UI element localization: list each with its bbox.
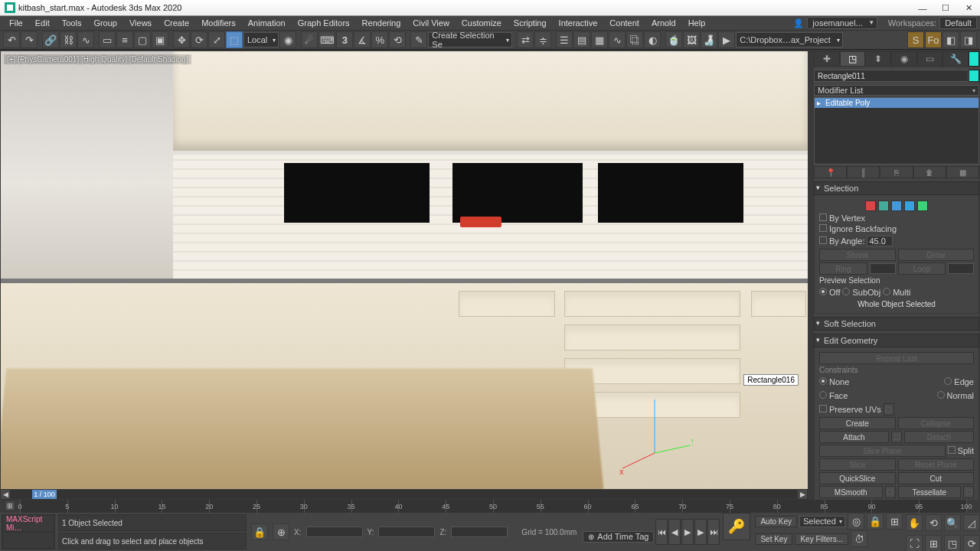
pan-view-button[interactable]: ✋ — [906, 514, 923, 531]
selection-rollout-header[interactable]: Selection — [814, 181, 979, 195]
spinner-snap-button[interactable]: ⟲ — [389, 31, 406, 48]
utilities-tab[interactable]: 🔧 — [942, 51, 969, 67]
border-subobj-button[interactable] — [891, 201, 902, 211]
forest-pack-button[interactable]: Fo — [925, 31, 942, 48]
quickslice-button[interactable]: QuickSlice — [819, 472, 896, 484]
fov-button[interactable]: ◿ — [963, 514, 980, 531]
next-frame-button[interactable]: ▶ — [694, 519, 707, 545]
isolate-selection-button[interactable]: ◎ — [848, 513, 864, 530]
zoom-button[interactable]: 🔍 — [944, 514, 961, 531]
ref-coord-system[interactable]: Local — [243, 32, 279, 47]
menu-help[interactable]: Help — [682, 16, 712, 30]
bind-spacewarp-button[interactable]: ∿ — [77, 31, 94, 48]
add-time-tag-button[interactable]: ⊕ Add Time Tag — [583, 531, 654, 543]
maximize-button[interactable]: ☐ — [934, 0, 957, 16]
goto-end-button[interactable]: ⏭ — [707, 519, 720, 545]
select-rotate-button[interactable]: ⟳ — [191, 31, 207, 48]
select-scale-button[interactable]: ⤢ — [208, 31, 225, 48]
select-move-button[interactable]: ✥ — [173, 31, 190, 48]
time-config-button[interactable]: ⏱ — [851, 530, 867, 547]
remove-modifier-button[interactable]: 🗑 — [913, 166, 946, 178]
set-key-button[interactable]: Set Key — [755, 533, 792, 545]
cut-button[interactable]: Cut — [898, 472, 975, 484]
orbit-button[interactable]: ⟲ — [925, 514, 942, 531]
workspace-selector[interactable]: Default — [939, 17, 977, 29]
window-crossing-button[interactable]: ▣ — [152, 31, 168, 48]
undo-button[interactable]: ↶ — [3, 31, 20, 48]
menu-animation[interactable]: Animation — [242, 16, 292, 30]
modify-tab[interactable]: ◳ — [840, 51, 866, 67]
user-account-menu[interactable]: josemanuel... — [807, 17, 877, 29]
named-selection-set[interactable]: Create Selection Se — [428, 32, 512, 47]
maxscript-mini-listener[interactable]: MAXScript Mi… — [2, 514, 55, 549]
menu-group[interactable]: Group — [87, 16, 123, 30]
menu-content[interactable]: Content — [603, 16, 645, 30]
make-unique-button[interactable]: ⎘ — [880, 166, 913, 178]
hierarchy-tab[interactable]: ⬍ — [865, 51, 891, 67]
goto-start-button[interactable]: ⏮ — [655, 519, 668, 545]
next-key-button[interactable]: ▶ — [797, 489, 808, 500]
unlink-button[interactable]: ⛓ — [60, 31, 77, 48]
tessellate-button[interactable]: Tessellate — [898, 486, 962, 498]
object-name-field[interactable] — [814, 70, 969, 82]
select-object-button[interactable]: ▭ — [99, 31, 116, 48]
toggle-scene-explorer-button[interactable]: ☰ — [556, 31, 573, 48]
toggle-layer-explorer-button[interactable]: ▤ — [573, 31, 590, 48]
curve-editor-button[interactable]: ∿ — [609, 31, 626, 48]
select-manipulate-button[interactable]: ☄ — [301, 31, 318, 48]
orbit-subobj-button[interactable]: ⟳ — [963, 535, 980, 551]
prev-frame-button[interactable]: ◀ — [668, 519, 681, 545]
render-iterative-button[interactable]: ▶ — [718, 31, 735, 48]
modifier-stack[interactable]: Editable Poly — [814, 97, 979, 165]
lock-selection-button[interactable]: 🔒 — [251, 523, 268, 540]
material-editor-button[interactable]: ◐ — [644, 31, 661, 48]
timeline-config-button[interactable]: ⊞ — [5, 500, 15, 511]
menu-graph-editors[interactable]: Graph Editors — [292, 16, 356, 30]
attach-button[interactable]: Attach — [819, 431, 889, 443]
use-pivot-center-button[interactable]: ◉ — [279, 31, 296, 48]
zoom-extents-all-button[interactable]: ⊞ — [925, 535, 942, 551]
substance-button[interactable]: S — [907, 31, 924, 48]
rectangular-selection-button[interactable]: ▢ — [134, 31, 151, 48]
msmooth-button[interactable]: MSmooth — [819, 486, 883, 498]
absolute-mode-button[interactable]: ⊕ — [273, 523, 289, 540]
menu-views[interactable]: Views — [123, 16, 158, 30]
plugin-button-1[interactable]: ◧ — [942, 31, 959, 48]
percent-snap-button[interactable]: % — [371, 31, 388, 48]
keyboard-shortcut-toggle[interactable]: ⌨ — [318, 31, 335, 48]
menu-create[interactable]: Create — [158, 16, 195, 30]
menu-file[interactable]: File — [3, 16, 29, 30]
menu-edit[interactable]: Edit — [29, 16, 56, 30]
toggle-ribbon-button[interactable]: ▦ — [591, 31, 608, 48]
menu-interactive[interactable]: Interactive — [553, 16, 604, 30]
named-selection-edit-button[interactable]: ✎ — [410, 31, 427, 48]
modifier-list-dropdown[interactable]: Modifier List — [814, 85, 979, 96]
vertex-subobj-button[interactable] — [865, 201, 876, 211]
edit-geometry-rollout-header[interactable]: Edit Geometry — [814, 334, 979, 347]
time-slider-thumb[interactable]: 1 / 100 — [32, 490, 57, 499]
viewport[interactable]: [+] [PhysCamera001] [High Quality] [Defa… — [1, 51, 808, 489]
xform-button[interactable]: ⊞ — [886, 513, 903, 530]
create-tab[interactable]: ✚ — [814, 51, 840, 67]
zoom-extents-button[interactable]: ⛶ — [906, 535, 923, 551]
polygon-subobj-button[interactable] — [904, 201, 915, 211]
set-key-large-button[interactable]: 🔑 — [723, 513, 750, 540]
edge-subobj-button[interactable] — [878, 201, 889, 211]
angle-snap-button[interactable]: ∡ — [354, 31, 371, 48]
render-setup-button[interactable]: 🍵 — [665, 31, 682, 48]
snaps-toggle[interactable]: 3 — [336, 31, 353, 48]
show-end-result-button[interactable]: ║ — [847, 166, 880, 178]
element-subobj-button[interactable] — [917, 201, 928, 211]
key-filters-button[interactable]: Key Filters... — [795, 533, 848, 545]
minimize-button[interactable]: — — [911, 0, 934, 16]
redo-button[interactable]: ↷ — [21, 31, 38, 48]
schematic-view-button[interactable]: ⿻ — [626, 31, 643, 48]
render-production-button[interactable]: 🍶 — [701, 31, 717, 48]
prev-key-button[interactable]: ◀ — [0, 489, 11, 500]
align-button[interactable]: ≑ — [534, 31, 551, 48]
close-button[interactable]: ✕ — [957, 0, 980, 16]
menu-rendering[interactable]: Rendering — [356, 16, 407, 30]
display-tab[interactable]: ▭ — [917, 51, 943, 67]
auto-key-button[interactable]: Auto Key — [755, 516, 797, 527]
panel-toggle[interactable] — [969, 51, 979, 67]
